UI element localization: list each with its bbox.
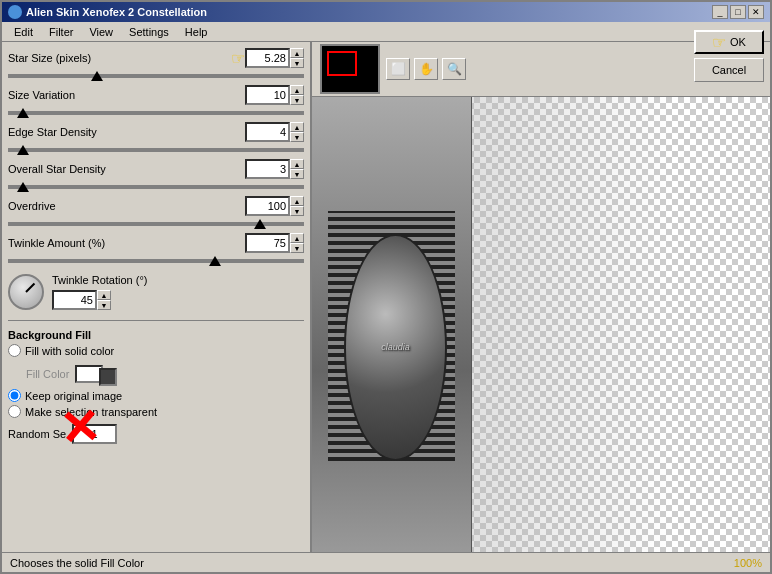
fill-solid-radio[interactable]: [8, 344, 21, 357]
size-variation-input[interactable]: [245, 85, 290, 105]
star-size-up[interactable]: ▲: [290, 48, 304, 58]
thumbnail-selection: [327, 51, 357, 76]
bg-fill-section: Background Fill Fill with solid color Fi…: [8, 329, 304, 418]
zoom-tool-button[interactable]: 🔍: [442, 58, 466, 80]
preview-thumbnail: [320, 44, 380, 94]
app-icon: [8, 5, 22, 19]
overdrive-slider[interactable]: [8, 222, 304, 226]
menu-view[interactable]: View: [81, 24, 121, 40]
edge-star-density-input[interactable]: [245, 122, 290, 142]
overdrive-input[interactable]: [245, 196, 290, 216]
overdrive-down[interactable]: ▼: [290, 206, 304, 216]
title-buttons: _ □ ✕: [712, 5, 764, 19]
size-variation-up[interactable]: ▲: [290, 85, 304, 95]
divider-1: [8, 320, 304, 321]
overall-star-density-label: Overall Star Density: [8, 163, 106, 175]
edge-star-density-thumb: [17, 145, 29, 155]
twinkle-amount-spinner-buttons: ▲ ▼: [290, 233, 304, 253]
overall-star-density-up[interactable]: ▲: [290, 159, 304, 169]
twinkle-rotation-section: Twinkle Rotation (°) ▲ ▼: [8, 274, 304, 310]
twinkle-amount-thumb: [209, 256, 221, 266]
overall-star-density-thumb: [17, 182, 29, 192]
edge-star-density-slider[interactable]: [8, 148, 304, 152]
star-size-slider[interactable]: [8, 74, 304, 78]
overall-star-density-input[interactable]: [245, 159, 290, 179]
status-bar: Chooses the solid Fill Color 100%: [2, 552, 770, 572]
make-transparent-radio[interactable]: [8, 405, 21, 418]
menu-help[interactable]: Help: [177, 24, 216, 40]
overall-star-density-down[interactable]: ▼: [290, 169, 304, 179]
size-variation-row: Size Variation ▲ ▼: [8, 85, 304, 105]
claudia-text: claudia: [381, 342, 410, 352]
overall-star-density-row: Overall Star Density ▲ ▼: [8, 159, 304, 179]
star-size-thumb: [91, 71, 103, 81]
overdrive-up[interactable]: ▲: [290, 196, 304, 206]
marquee-tool-button[interactable]: ⬜: [386, 58, 410, 80]
fill-solid-label: Fill with solid color: [25, 345, 114, 357]
edge-star-density-label: Edge Star Density: [8, 126, 97, 138]
edge-star-density-spinner-buttons: ▲ ▼: [290, 122, 304, 142]
twinkle-amount-down[interactable]: ▼: [290, 243, 304, 253]
random-seed-label: Random Se: [8, 428, 66, 440]
keep-original-row: Keep original image: [8, 389, 304, 402]
status-text: Chooses the solid Fill Color: [10, 557, 144, 569]
dial-indicator: [25, 283, 35, 293]
twinkle-rotation-input[interactable]: [52, 290, 97, 310]
twinkle-rotation-spinner-buttons: ▲ ▼: [97, 290, 111, 310]
size-variation-slider[interactable]: [8, 111, 304, 115]
menu-edit[interactable]: Edit: [6, 24, 41, 40]
twinkle-rotation-dial[interactable]: [8, 274, 44, 310]
edge-star-density-down[interactable]: ▼: [290, 132, 304, 142]
maximize-button[interactable]: □: [730, 5, 746, 19]
make-transparent-row: Make selection transparent: [8, 405, 304, 418]
twinkle-label-area: Twinkle Rotation (°) ▲ ▼: [52, 274, 148, 310]
edge-star-density-up[interactable]: ▲: [290, 122, 304, 132]
toolbar-icons: ⬜ ✋ 🔍: [386, 58, 466, 80]
left-panel: Star Size (pixels) ☞ ▲ ▼ Size Variation: [2, 42, 312, 552]
main-window: Alien Skin Xenofex 2 Constellation _ □ ✕…: [0, 0, 772, 574]
overall-star-density-slider[interactable]: [8, 185, 304, 189]
globe-image: claudia: [344, 234, 447, 462]
preview-toolbar: ⬜ ✋ 🔍 ☞ OK Cancel: [312, 42, 770, 97]
twinkle-rotation-up[interactable]: ▲: [97, 290, 111, 300]
star-size-down[interactable]: ▼: [290, 58, 304, 68]
right-panel: ⬜ ✋ 🔍 ☞ OK Cancel: [312, 42, 770, 552]
twinkle-amount-up[interactable]: ▲: [290, 233, 304, 243]
keep-original-label: Keep original image: [25, 390, 122, 402]
zoom-level: 100%: [734, 557, 762, 569]
keep-original-radio[interactable]: [8, 389, 21, 402]
fill-solid-row: Fill with solid color: [8, 344, 304, 357]
ok-label: OK: [730, 42, 746, 48]
window-title: Alien Skin Xenofex 2 Constellation: [26, 6, 207, 18]
overdrive-spinner: ▲ ▼: [245, 196, 304, 216]
size-variation-label: Size Variation: [8, 89, 75, 101]
star-size-hand-icon: ☞: [231, 49, 245, 68]
bg-fill-label: Background Fill: [8, 329, 304, 341]
minimize-button[interactable]: _: [712, 5, 728, 19]
cancel-button[interactable]: Cancel: [694, 58, 764, 82]
size-variation-down[interactable]: ▼: [290, 95, 304, 105]
star-size-input[interactable]: [245, 48, 290, 68]
main-area: Star Size (pixels) ☞ ▲ ▼ Size Variation: [2, 42, 770, 552]
image-preview-solid: claudia: [312, 97, 472, 552]
random-seed-row: Random Se ✕: [8, 424, 304, 444]
overdrive-thumb: [254, 219, 266, 229]
twinkle-amount-spinner: ▲ ▼: [245, 233, 304, 253]
menu-settings[interactable]: Settings: [121, 24, 177, 40]
star-size-spinner: ☞ ▲ ▼: [231, 48, 304, 68]
menu-filter[interactable]: Filter: [41, 24, 81, 40]
overall-star-density-spinner-buttons: ▲ ▼: [290, 159, 304, 179]
color-swatch-dark[interactable]: [99, 368, 117, 386]
overdrive-label: Overdrive: [8, 200, 56, 212]
red-x-icon: ✕: [58, 402, 102, 453]
twinkle-amount-input[interactable]: [245, 233, 290, 253]
ok-button[interactable]: ☞ OK: [694, 42, 764, 54]
twinkle-amount-slider[interactable]: [8, 259, 304, 263]
star-size-label: Star Size (pixels): [8, 52, 91, 64]
ok-cancel-area: ☞ OK Cancel: [694, 42, 764, 82]
close-button[interactable]: ✕: [748, 5, 764, 19]
twinkle-rotation-down[interactable]: ▼: [97, 300, 111, 310]
star-size-spinner-buttons: ▲ ▼: [290, 48, 304, 68]
edge-star-density-row: Edge Star Density ▲ ▼: [8, 122, 304, 142]
hand-tool-button[interactable]: ✋: [414, 58, 438, 80]
